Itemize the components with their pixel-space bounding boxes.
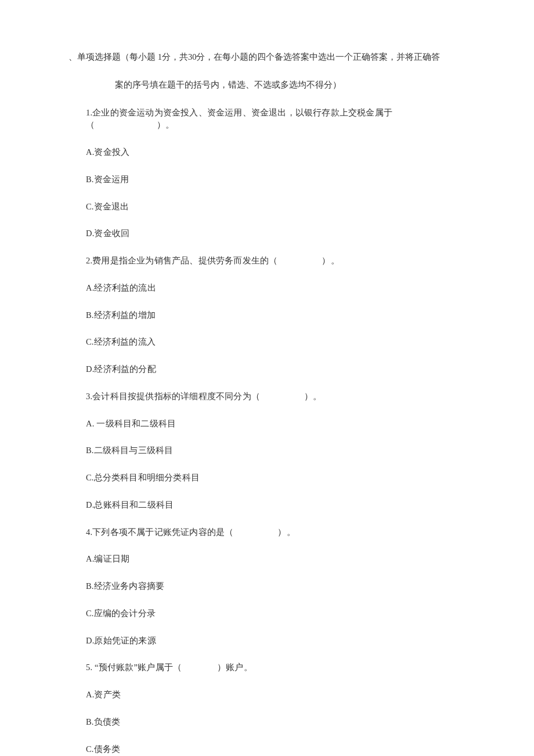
option-a: A.编证日期	[86, 553, 476, 566]
option-b: B.负债类	[86, 716, 476, 729]
option-d: D.总账科目和二级科目	[86, 499, 476, 512]
option-b: B.经济利益的增加	[86, 309, 476, 322]
question-2: 2.费用是指企业为销售产品、提供劳务而发生的（ ）。 A.经济利益的流出 B.经…	[86, 255, 476, 376]
option-a: A.资金投入	[86, 146, 476, 159]
option-d: D.原始凭证的来源	[86, 635, 476, 648]
option-c: C.应编的会计分录	[86, 607, 476, 620]
question-5: 5. “预付账款”账户属于（ ）账户。 A.资产类 B.负债类 C.债务类 D.…	[86, 661, 476, 756]
option-d: D.资金收回	[86, 227, 476, 240]
section-header-line1: 、单项选择题（每小题 1分，共30分，在每小题的四个备选答案中选出一个正确答案，…	[68, 52, 440, 62]
question-stem: 2.费用是指企业为销售产品、提供劳务而发生的（ ）。	[86, 255, 476, 267]
question-stem: 3.会计科目按提供指标的详细程度不同分为（ ）。	[86, 390, 476, 403]
option-b: B.二级科目与三级科目	[86, 444, 476, 457]
question-1: 1.企业的资金运动为资金投入、资金运用、资金退出，以银行存款上交税金属于（ ）。…	[86, 107, 476, 241]
section-header-line2: 案的序号填在题干的括号内，错选、不选或多选均不得分）	[68, 79, 476, 92]
option-c: C.总分类科目和明细分类科目	[86, 472, 476, 484]
option-c: C.债务类	[86, 743, 476, 756]
option-a: A. 一级科目和二级科目	[86, 418, 476, 431]
option-d: D.经济利益的分配	[86, 363, 476, 376]
option-a: A.经济利益的流出	[86, 282, 476, 295]
question-3: 3.会计科目按提供指标的详细程度不同分为（ ）。 A. 一级科目和二级科目 B.…	[86, 390, 476, 512]
question-stem: 1.企业的资金运动为资金投入、资金运用、资金退出，以银行存款上交税金属于（ ）。	[86, 107, 476, 132]
question-stem: 4.下列各项不属于记账凭证内容的是（ ）。	[86, 526, 476, 539]
section-header: 、单项选择题（每小题 1分，共30分，在每小题的四个备选答案中选出一个正确答案，…	[68, 51, 476, 92]
question-stem: 5. “预付账款”账户属于（ ）账户。	[86, 661, 476, 674]
question-4: 4.下列各项不属于记账凭证内容的是（ ）。 A.编证日期 B.经济业务内容摘要 …	[86, 526, 476, 648]
option-c: C.经济利益的流入	[86, 336, 476, 349]
option-a: A.资产类	[86, 689, 476, 701]
option-c: C.资金退出	[86, 201, 476, 214]
option-b: B.经济业务内容摘要	[86, 580, 476, 593]
option-b: B.资金运用	[86, 173, 476, 186]
